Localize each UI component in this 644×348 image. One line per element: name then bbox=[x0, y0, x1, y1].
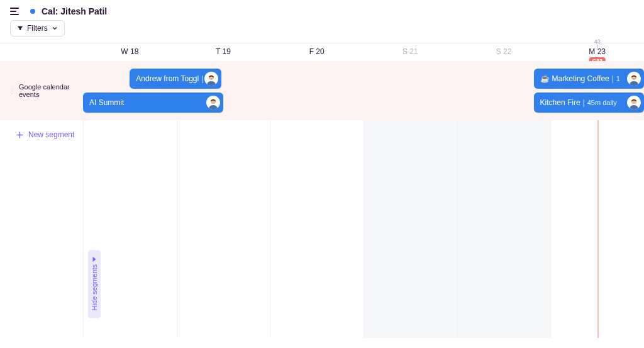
chevron-down-icon bbox=[52, 25, 58, 31]
avatar bbox=[627, 72, 641, 86]
day-col-today[interactable]: 43 M 23 C33 bbox=[550, 43, 644, 61]
page-title: Cal: Jitesh Patil bbox=[42, 6, 107, 16]
calendar-event[interactable]: Andrew from Toggl|do bbox=[130, 69, 221, 89]
minute-tick: 43 bbox=[594, 38, 601, 45]
new-segment-button[interactable]: New segment bbox=[0, 120, 644, 139]
filters-button[interactable]: Filters bbox=[10, 20, 65, 36]
segment-label[interactable]: ⋮ Google calendar events bbox=[0, 61, 83, 120]
calendar-event[interactable]: AI Summit bbox=[83, 93, 223, 113]
day-col[interactable]: F 20 bbox=[270, 43, 364, 61]
plus-icon bbox=[16, 132, 23, 138]
drag-handle-icon[interactable]: ⋮ bbox=[9, 87, 15, 94]
filters-label: Filters bbox=[27, 24, 48, 33]
segment-row: ⋮ Google calendar events Andrew from Tog… bbox=[0, 61, 644, 120]
avatar bbox=[627, 96, 641, 109]
day-col[interactable]: W 18 bbox=[83, 43, 177, 61]
status-dot bbox=[30, 9, 35, 14]
hide-segments-button[interactable]: Hide segments bbox=[88, 250, 101, 318]
day-col[interactable]: T 19 bbox=[177, 43, 270, 61]
menu-icon[interactable] bbox=[10, 8, 20, 15]
avatar bbox=[204, 72, 218, 86]
day-col[interactable]: S 22 bbox=[457, 43, 551, 61]
funnel-icon bbox=[17, 25, 23, 31]
calendar-event[interactable]: ☕Marketing Coffee|1 bbox=[534, 69, 644, 89]
day-header: W 18 T 19 F 20 S 21 S 22 43 M 23 C33 bbox=[0, 43, 644, 61]
triangle-icon bbox=[93, 257, 96, 262]
day-col[interactable]: S 21 bbox=[364, 43, 457, 61]
avatar bbox=[206, 96, 220, 109]
calendar-event[interactable]: Kitchen Fire|45m daily bbox=[534, 93, 644, 113]
